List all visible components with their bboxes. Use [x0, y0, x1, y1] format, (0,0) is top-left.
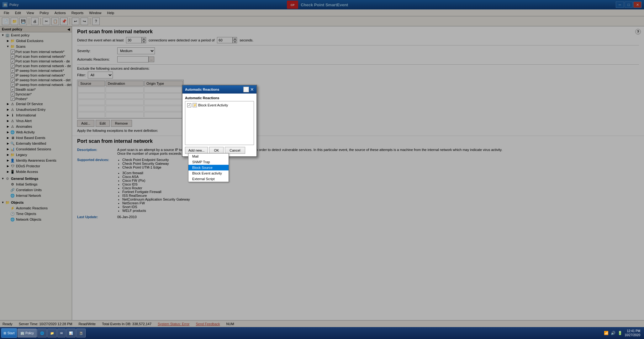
dropdown-item-mail[interactable]: Mail [188, 153, 229, 159]
taskbar-apps: 🏢 Policy 🌐 📁 ✉ 📊 📓 [18, 329, 601, 337]
modal-body: Automatic Reactions ⚡ Block Event Activi… [182, 94, 256, 156]
tray-network-icon: 📶 [604, 331, 609, 336]
block-event-label: Block Event Activity [198, 103, 228, 107]
block-event-icon: ⚡ [193, 103, 197, 107]
tray-clock: 12:41 PM 10/27/2020 [625, 329, 640, 337]
modal-overlay [0, 0, 644, 339]
dropdown-item-block-source[interactable]: Block Source [188, 165, 229, 170]
block-event-checkbox[interactable] [187, 103, 191, 107]
tray-date: 10/27/2020 [625, 333, 640, 337]
taskbar-app-onenote[interactable]: 📓 [76, 329, 86, 337]
taskbar-app-mail[interactable]: ✉ [57, 329, 66, 337]
dropdown-item-external-script[interactable]: External Script [188, 176, 229, 182]
automatic-reactions-modal: Automatic Reactions ? ✕ Automatic Reacti… [182, 85, 257, 157]
modal-title: Automatic Reactions [185, 88, 219, 91]
modal-list: ⚡ Block Event Activity [185, 101, 254, 145]
tray-battery-icon: 🔋 [618, 331, 623, 336]
start-button[interactable]: ⊞ Start [1, 328, 17, 338]
dropdown-item-block-event[interactable]: Block Event activity [188, 170, 229, 176]
taskbar-tray: 📶 🔊 🔋 12:41 PM 10/27/2020 [601, 329, 643, 337]
tray-time: 12:41 PM [625, 329, 640, 333]
modal-list-item-1: ⚡ Block Event Activity [187, 103, 252, 108]
taskbar-app-file[interactable]: 📁 [47, 329, 57, 337]
add-new-button[interactable]: Add new... [185, 147, 208, 154]
taskbar-app-excel[interactable]: 📊 [66, 329, 76, 337]
modal-title-bar: Automatic Reactions ? ✕ [182, 85, 256, 94]
modal-close-button[interactable]: ✕ [250, 87, 254, 92]
taskbar-app-browser[interactable]: 🌐 [37, 329, 47, 337]
taskbar-app-smartevent[interactable]: 🏢 Policy [18, 329, 37, 337]
modal-section-label: Automatic Reactions [185, 96, 254, 100]
modal-help-button[interactable]: ? [243, 87, 249, 92]
taskbar: ⊞ Start 🏢 Policy 🌐 📁 ✉ 📊 📓 📶 🔊 🔋 12:41 P… [0, 327, 644, 339]
ok-button[interactable]: OK [209, 147, 224, 154]
modal-actions: Add new... OK Cancel [185, 147, 254, 154]
cancel-button[interactable]: Cancel [225, 147, 245, 154]
dropdown-item-snmp-trap[interactable]: SNMP Trap [188, 159, 229, 165]
dropdown-menu: Mail SNMP Trap Block Source Block Event … [188, 153, 229, 182]
tray-volume-icon: 🔊 [611, 331, 616, 336]
